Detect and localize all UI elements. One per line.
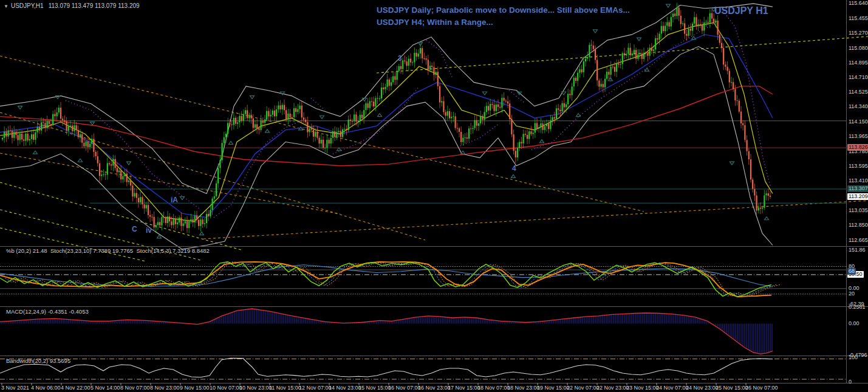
candle-body xyxy=(352,121,353,122)
candle-body xyxy=(243,114,244,121)
candle-body xyxy=(93,139,94,152)
candle-body xyxy=(692,24,693,31)
candle-body xyxy=(416,53,417,57)
candle-body xyxy=(293,108,295,117)
candle-body xyxy=(159,222,160,225)
candle-body xyxy=(394,76,395,80)
time-tick-label: 22 Nov 07:00 xyxy=(567,385,600,391)
candle-body xyxy=(355,114,357,122)
candle-body xyxy=(332,131,333,138)
candle-body xyxy=(208,214,209,216)
panel2-axis-label: 0.2581 xyxy=(849,304,866,310)
price-axis[interactable]: 115.640115.455115.270115.080114.895114.7… xyxy=(846,0,868,383)
candle-body xyxy=(422,48,423,58)
candle-body xyxy=(78,130,79,137)
candle-body xyxy=(455,116,456,128)
candle-body xyxy=(299,106,301,109)
candle-body xyxy=(369,101,371,108)
time-axis[interactable]: 3 Nov 20214 Nov 06:004 Nov 22:005 Nov 14… xyxy=(0,383,868,392)
candle-body xyxy=(671,17,672,26)
candle-body xyxy=(39,127,40,131)
candle-body xyxy=(601,84,602,87)
candle-body xyxy=(470,128,471,129)
candle-body xyxy=(225,134,227,137)
time-tick-label: 19 Nov 15:00 xyxy=(537,385,570,391)
percb-orange-line xyxy=(0,262,771,297)
candle-body xyxy=(480,116,481,123)
candle-body xyxy=(709,13,711,23)
candle-body xyxy=(198,220,199,226)
candle-body xyxy=(540,123,541,128)
candle-body xyxy=(23,140,24,141)
candle-body xyxy=(484,112,485,120)
time-tick-label: 14 Nov 23:00 xyxy=(329,385,361,391)
candle-body xyxy=(449,111,450,119)
candle-body xyxy=(89,144,91,148)
candle-body xyxy=(212,199,213,210)
candle-body xyxy=(373,101,374,106)
symbol-dropdown-icon[interactable]: ▼ xyxy=(4,4,9,9)
candle-body xyxy=(443,101,444,112)
candle-body xyxy=(101,174,102,176)
stoch-orange-signal xyxy=(9,262,780,297)
candle-body xyxy=(311,128,312,129)
candle-body xyxy=(474,120,476,128)
candle-body xyxy=(426,58,427,60)
ema-fast-yellow xyxy=(0,22,773,221)
candle-body xyxy=(750,159,751,179)
candle-body xyxy=(655,38,656,49)
candle-body xyxy=(245,110,246,114)
panel1-blue-badge: 68 xyxy=(847,268,856,275)
candle-body xyxy=(462,138,463,142)
time-tick-label: 24 Nov 07:00 xyxy=(656,385,689,391)
candle-body xyxy=(122,176,123,179)
symbol-timeframe-label: USDJPY,H1 xyxy=(11,2,44,9)
candle-body xyxy=(233,118,234,125)
psar-dots-8 xyxy=(723,11,770,186)
candle-body xyxy=(579,69,580,73)
price-badge-1: 113.307 xyxy=(847,185,868,192)
candle-body xyxy=(210,210,211,216)
candle-body xyxy=(81,134,83,143)
candle-body xyxy=(163,217,165,218)
candle-body xyxy=(436,72,437,75)
candle-body xyxy=(37,127,38,132)
candle-body xyxy=(87,142,89,147)
main-chart-canvas[interactable]: 34CiviA xyxy=(0,0,868,392)
candle-body xyxy=(340,131,341,137)
candle-body xyxy=(253,119,254,128)
candle-body xyxy=(19,134,21,140)
candle-body xyxy=(338,131,340,132)
candle-body xyxy=(111,164,112,165)
candle-body xyxy=(2,138,3,140)
candle-body xyxy=(719,35,720,43)
candle-body xyxy=(581,69,583,72)
ema-mid-blue xyxy=(0,35,773,218)
macd-signal-line xyxy=(0,309,773,354)
candle-body xyxy=(562,103,563,111)
candle-body xyxy=(465,137,466,138)
fractal-arrow-down xyxy=(91,122,95,125)
candle-body xyxy=(136,193,137,198)
time-tick-label: 18 Nov 23:00 xyxy=(507,385,540,391)
fractal-arrow-up xyxy=(378,114,382,117)
candle-body xyxy=(490,104,491,111)
candle-body xyxy=(766,193,767,195)
annotation-symbol-corner: USDJPY H1 xyxy=(714,5,768,16)
candle-body xyxy=(593,46,594,49)
candle-body xyxy=(10,131,11,131)
candle-body xyxy=(731,82,732,83)
candle-body xyxy=(112,159,114,166)
fractal-arrow-down xyxy=(127,162,131,165)
candle-body xyxy=(457,128,458,129)
wave-label-C: C xyxy=(132,225,137,233)
candle-body xyxy=(575,78,576,81)
candle-body xyxy=(496,105,497,111)
fractal-arrow-down xyxy=(730,162,734,165)
candle-body xyxy=(146,205,147,208)
candle-body xyxy=(459,128,460,132)
candle-body xyxy=(227,123,228,134)
candle-body xyxy=(400,66,402,69)
candle-body xyxy=(466,137,468,139)
time-tick-label: 15 Nov 15:00 xyxy=(358,385,391,391)
